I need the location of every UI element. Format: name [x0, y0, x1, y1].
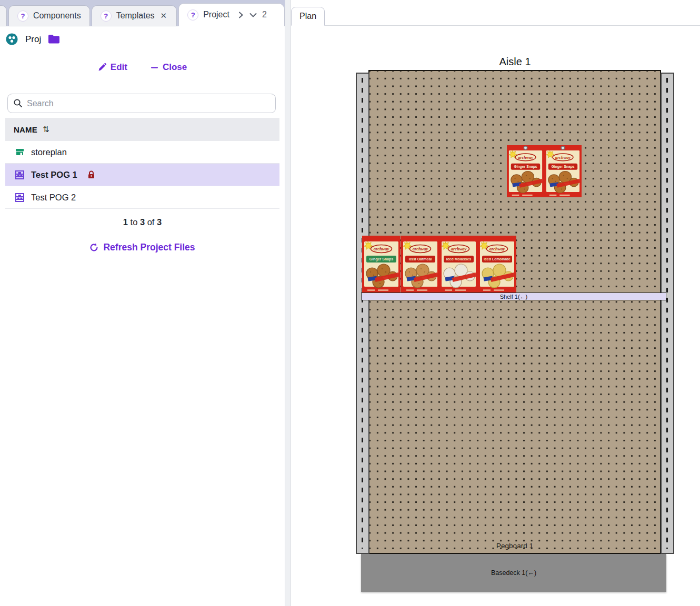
- tab-bar: ns?Components?Templates✕?Project 2: [0, 0, 285, 26]
- table-row-test-pog-1[interactable]: Test POG 1: [5, 164, 279, 186]
- edit-button[interactable]: Edit: [98, 62, 127, 73]
- svg-text:archway: archway: [555, 155, 571, 160]
- svg-text:archway: archway: [374, 246, 389, 251]
- table-header[interactable]: NAME ⇅: [5, 118, 279, 141]
- app: ns?Components?Templates✕?Project 2 Proj: [0, 0, 700, 606]
- help-icon: ?: [101, 11, 112, 22]
- aisle-title: Aisle 1: [356, 56, 674, 68]
- search-icon: [13, 98, 23, 110]
- store-icon: [15, 148, 24, 156]
- lock-icon: [87, 170, 95, 179]
- project-header: Proj: [5, 33, 60, 46]
- project-title: Proj: [25, 34, 41, 45]
- tab-label: Components: [33, 11, 81, 21]
- pencil-icon: [98, 63, 106, 72]
- tab-label: Project: [203, 10, 229, 19]
- tab-templates[interactable]: ?Templates✕: [92, 5, 177, 26]
- svg-text:Iced Molasses: Iced Molasses: [446, 257, 472, 261]
- svg-text:archway: archway: [489, 246, 505, 251]
- upright-rail-right[interactable]: [661, 73, 674, 554]
- fixture: Shelf 1(←) Pegboard 1 archway Ginger Sna…: [356, 70, 674, 554]
- search-box: [7, 94, 276, 113]
- folder-icon[interactable]: [48, 34, 60, 44]
- file-list: storeplanTest POG 1Test POG 2: [5, 141, 279, 209]
- tab-label: Templates: [116, 11, 155, 21]
- name-column-header[interactable]: NAME: [14, 125, 37, 134]
- svg-text:Ginger Snaps: Ginger Snaps: [369, 257, 394, 261]
- project-panel: ns?Components?Templates✕?Project 2 Proj: [0, 0, 285, 606]
- tab-components[interactable]: ?Components: [8, 5, 90, 26]
- close-icon[interactable]: ✕: [159, 11, 168, 21]
- refresh-project-files-button[interactable]: Refresh Project Files: [0, 242, 285, 253]
- chevron-down-icon[interactable]: [249, 12, 257, 18]
- panel-divider[interactable]: [285, 0, 291, 606]
- pegboard[interactable]: [368, 70, 661, 554]
- search-input[interactable]: [7, 94, 276, 113]
- minus-icon: [151, 64, 158, 72]
- project-actions: Edit Close: [0, 62, 285, 73]
- chevron-right-icon[interactable]: [237, 12, 244, 18]
- plan-tabbar-underline: [291, 25, 700, 26]
- svg-text:Ginger Snaps: Ginger Snaps: [514, 165, 537, 169]
- help-icon: ?: [187, 9, 198, 21]
- upright-rail-left[interactable]: [356, 73, 369, 554]
- product-shelf-iced-oatmeal[interactable]: archway Iced Oatmeal: [401, 236, 439, 292]
- basedeck-1[interactable]: Basedeck 1(←): [361, 554, 666, 592]
- svg-text:archway: archway: [518, 155, 533, 160]
- svg-text:Ginger Snaps: Ginger Snaps: [551, 165, 575, 169]
- pog-icon: [15, 170, 24, 179]
- sort-icon[interactable]: ⇅: [43, 125, 49, 134]
- product-shelf-iced-lemonade[interactable]: archway Iced Lemonade: [478, 236, 516, 292]
- shelf-1[interactable]: Shelf 1(←): [361, 292, 666, 300]
- svg-text:Iced Oatmeal: Iced Oatmeal: [409, 257, 432, 261]
- pog-icon: [15, 193, 24, 202]
- svg-text:archway: archway: [451, 246, 467, 251]
- file-name: storeplan: [31, 147, 67, 157]
- help-icon: ?: [17, 11, 28, 22]
- product-hanging-ginger-snaps[interactable]: archway Ginger Snaps: [507, 145, 544, 197]
- file-name: Test POG 2: [31, 193, 76, 203]
- product-shelf-ginger-snaps[interactable]: archway Ginger Snaps: [362, 236, 401, 292]
- product-shelf-iced-molasses[interactable]: archway Iced Molasses: [439, 236, 478, 292]
- product-hanging-ginger-snaps[interactable]: archway Ginger Snaps: [544, 145, 582, 197]
- close-button[interactable]: Close: [151, 62, 187, 73]
- refresh-icon: [89, 243, 98, 252]
- pagination: 1 to 3 of 3: [0, 217, 285, 227]
- svg-text:Iced Lemonade: Iced Lemonade: [484, 257, 511, 261]
- tab-project[interactable]: ?Project 2: [178, 3, 285, 26]
- pegboard-label: Pegboard 1: [368, 542, 661, 550]
- tab-plan[interactable]: Plan: [291, 7, 325, 26]
- tab-ns[interactable]: ns: [0, 5, 7, 26]
- project-wheel-icon: [5, 33, 18, 46]
- file-name: Test POG 1: [31, 170, 77, 180]
- table-row-storeplan[interactable]: storeplan: [5, 141, 279, 164]
- tab-count-badge: 2: [262, 10, 267, 19]
- svg-text:archway: archway: [413, 246, 428, 251]
- plan-panel: Plan Aisle 1 Shelf 1(←) Pegboard 1 archw…: [291, 0, 700, 606]
- table-row-test-pog-2[interactable]: Test POG 2: [5, 186, 279, 209]
